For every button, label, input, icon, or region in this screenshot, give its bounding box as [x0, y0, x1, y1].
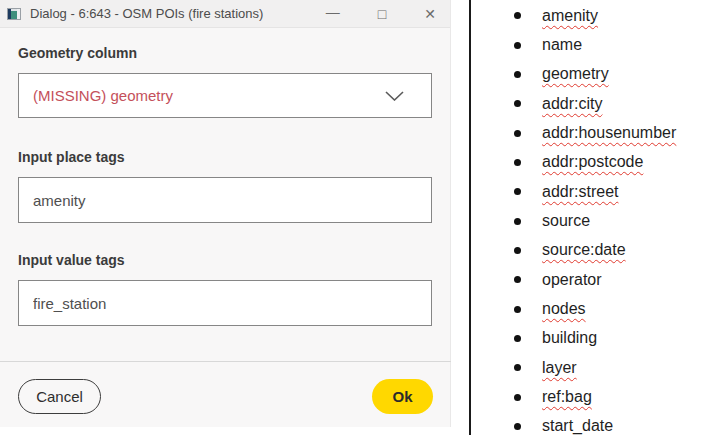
- bullet-icon: [514, 306, 521, 313]
- list-item: building: [0, 324, 712, 353]
- bullet-icon: [514, 159, 521, 166]
- bullet-icon: [514, 188, 521, 195]
- tag-label: nodes: [542, 300, 586, 318]
- bullet-icon: [514, 130, 521, 137]
- bullet-icon: [514, 335, 521, 342]
- tag-label: building: [542, 329, 597, 347]
- tag-label: source:date: [542, 241, 626, 259]
- tag-label: addr:housenumber: [542, 124, 676, 142]
- bullet-icon: [514, 394, 521, 401]
- bullet-icon: [514, 12, 521, 19]
- bullet-icon: [514, 276, 521, 283]
- tag-label: layer: [542, 359, 577, 377]
- tag-label: geometry: [542, 65, 609, 83]
- bullet-icon: [514, 71, 521, 78]
- list-item: source: [0, 206, 712, 235]
- bullet-icon: [514, 42, 521, 49]
- list-item: name: [0, 30, 712, 59]
- tag-label: amenity: [542, 7, 598, 25]
- bullet-icon: [514, 100, 521, 107]
- list-item: operator: [0, 265, 712, 294]
- tag-label: start_date: [542, 417, 613, 435]
- tag-label: addr:street: [542, 183, 618, 201]
- list-item: source:date: [0, 236, 712, 265]
- bullet-icon: [514, 423, 521, 430]
- list-item: addr:housenumber: [0, 118, 712, 147]
- list-item: addr:street: [0, 177, 712, 206]
- bullet-icon: [514, 247, 521, 254]
- tag-label: addr:postcode: [542, 153, 643, 171]
- list-item: start_date: [0, 412, 712, 435]
- list-item: addr:postcode: [0, 148, 712, 177]
- list-item: geometry: [0, 60, 712, 89]
- tag-label: source: [542, 212, 590, 230]
- list-item: addr:city: [0, 89, 712, 118]
- bullet-icon: [514, 364, 521, 371]
- tag-label: name: [542, 36, 582, 54]
- tag-list: amenitynamegeometryaddr:cityaddr:housenu…: [0, 1, 712, 435]
- tag-label: addr:city: [542, 95, 602, 113]
- tag-label: ref:bag: [542, 388, 592, 406]
- list-item: layer: [0, 353, 712, 382]
- list-item: amenity: [0, 1, 712, 30]
- tag-label: operator: [542, 271, 602, 289]
- list-item: nodes: [0, 294, 712, 323]
- bullet-icon: [514, 218, 521, 225]
- list-item: ref:bag: [0, 382, 712, 411]
